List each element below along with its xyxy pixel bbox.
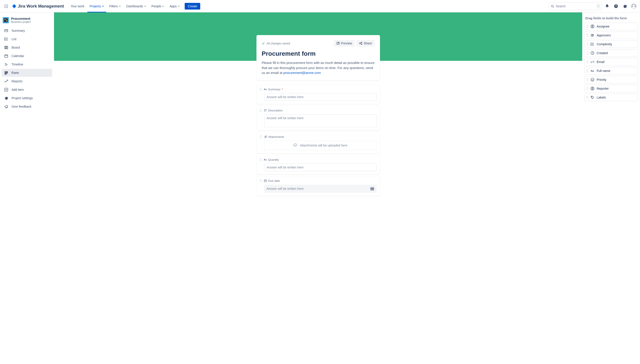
svg-rect-93 <box>373 189 373 189</box>
sidebar-item-timeline[interactable]: Timeline <box>2 60 52 68</box>
drag-handle-icon <box>586 34 588 37</box>
reports-icon <box>4 79 8 83</box>
form-description[interactable]: Please fill in this procurement form wit… <box>262 60 375 76</box>
field-input-placeholder[interactable]: Answer will be written here <box>264 93 377 101</box>
palette-item-complexity[interactable]: Complexity <box>584 40 638 48</box>
sidebar-item-project-settings[interactable]: Project settings <box>2 94 52 102</box>
gear-icon <box>623 4 627 8</box>
svg-point-145 <box>587 80 588 80</box>
calendar-picker-icon[interactable] <box>370 187 374 191</box>
gear-icon <box>4 96 8 100</box>
svg-point-8 <box>7 7 8 8</box>
sidebar-item-list[interactable]: List <box>2 35 52 43</box>
svg-point-131 <box>587 62 587 62</box>
sidebar-item-give-feedback[interactable]: Give feedback <box>2 102 52 110</box>
sidebar-item-add-item[interactable]: Add item <box>2 86 52 94</box>
nav-filters[interactable]: Filters <box>107 0 123 12</box>
svg-point-147 <box>587 80 588 81</box>
form-field-due-date[interactable]: Due date Answer will be written here <box>257 176 380 196</box>
svg-point-146 <box>587 80 587 81</box>
form-field-description[interactable]: Description Answer will be written here <box>257 106 380 130</box>
svg-point-151 <box>587 88 587 89</box>
svg-point-109 <box>593 34 594 36</box>
form-field-attachments[interactable]: Attachments Attachments will be uploaded… <box>257 132 380 153</box>
svg-point-54 <box>261 90 261 90</box>
profile-button[interactable] <box>630 3 637 10</box>
field-input-placeholder[interactable]: Answer will be written here <box>264 164 377 171</box>
svg-point-1 <box>6 4 7 5</box>
palette-item-reporter[interactable]: Reporter <box>584 85 638 92</box>
person-icon <box>590 86 594 90</box>
svg-point-121 <box>591 45 591 46</box>
app-switcher-button[interactable] <box>3 3 10 10</box>
nav-your-work[interactable]: Your work <box>68 0 87 12</box>
field-input-placeholder[interactable]: Answer will be written here <box>264 185 377 193</box>
palette-item-approvers[interactable]: Approvers <box>584 32 638 39</box>
svg-point-125 <box>587 53 588 53</box>
form-contact-link[interactable]: procurement@acme.com <box>283 71 321 74</box>
svg-point-66 <box>261 136 261 136</box>
sidebar-item-summary[interactable]: Summary <box>2 27 52 34</box>
form-field-summary[interactable]: Aa Summary* Answer will be written here <box>257 85 380 104</box>
palette-item-full-name[interactable]: Aa Full name <box>584 67 638 74</box>
drag-handle-icon[interactable] <box>260 109 262 112</box>
form-title[interactable]: Procurement form <box>262 50 375 57</box>
create-button[interactable]: Create <box>185 3 200 10</box>
svg-point-99 <box>587 27 588 28</box>
sidebar-item-form[interactable]: Form <box>2 69 52 77</box>
help-button[interactable]: ? <box>612 3 619 10</box>
svg-point-133 <box>587 63 587 63</box>
brand-logo[interactable]: Jira Work Management <box>12 4 64 9</box>
palette-item-assignee[interactable]: Assignee <box>584 23 638 30</box>
required-indicator: * <box>282 88 283 91</box>
drag-handle-icon[interactable] <box>260 179 262 182</box>
form-field-quantity[interactable]: Aa Quantity Answer will be written here <box>257 155 380 174</box>
svg-point-6 <box>5 7 5 8</box>
save-status: All changes saved <box>262 42 290 45</box>
svg-point-97 <box>587 26 588 27</box>
summary-icon <box>4 29 8 33</box>
svg-point-61 <box>261 111 261 112</box>
settings-button[interactable] <box>621 3 628 10</box>
svg-line-48 <box>360 44 361 44</box>
svg-point-58 <box>260 110 260 110</box>
add-icon <box>4 88 8 92</box>
board-icon <box>4 46 8 50</box>
nav-people[interactable]: People <box>149 0 167 12</box>
nav-projects[interactable]: Projects <box>87 0 106 12</box>
nav-apps[interactable]: Apps <box>167 0 182 12</box>
palette-item-email[interactable]: Email <box>584 58 638 66</box>
sidebar-item-calendar[interactable]: Calendar <box>2 52 52 60</box>
svg-point-157 <box>587 96 587 96</box>
share-button[interactable]: Share <box>356 40 374 46</box>
preview-button[interactable]: Preview <box>334 40 355 46</box>
nav-dashboards[interactable]: Dashboards <box>124 0 148 12</box>
palette-item-created[interactable]: Created <box>584 49 638 57</box>
upload-dropzone[interactable]: Attachments will be uploaded here <box>264 141 377 150</box>
svg-point-9 <box>551 5 553 7</box>
svg-point-101 <box>592 26 593 27</box>
search-box[interactable]: / <box>548 2 602 10</box>
drag-handle-icon[interactable] <box>260 135 262 138</box>
drag-handle-icon[interactable] <box>260 88 262 91</box>
sidebar-item-reports[interactable]: Reports <box>2 77 52 85</box>
sidebar-item-board[interactable]: Board <box>2 44 52 52</box>
open-in-icon <box>336 42 340 45</box>
bell-icon <box>605 4 609 8</box>
project-header[interactable]: Procurement Business project <box>2 17 52 27</box>
svg-rect-38 <box>5 74 7 74</box>
svg-text:Aa: Aa <box>264 88 267 90</box>
svg-point-162 <box>587 98 588 99</box>
svg-point-148 <box>591 78 594 81</box>
search-input[interactable] <box>556 4 595 8</box>
notifications-button[interactable] <box>603 3 611 10</box>
svg-rect-91 <box>371 189 372 189</box>
svg-point-74 <box>260 159 260 160</box>
drag-handle-icon <box>586 78 588 81</box>
field-input-placeholder[interactable]: Answer will be written here <box>264 114 377 127</box>
svg-point-134 <box>587 63 588 63</box>
drag-handle-icon[interactable] <box>260 158 262 161</box>
svg-rect-92 <box>372 189 372 189</box>
palette-item-priority[interactable]: Priority <box>584 76 638 84</box>
palette-item-labels[interactable]: Labels <box>584 94 638 101</box>
